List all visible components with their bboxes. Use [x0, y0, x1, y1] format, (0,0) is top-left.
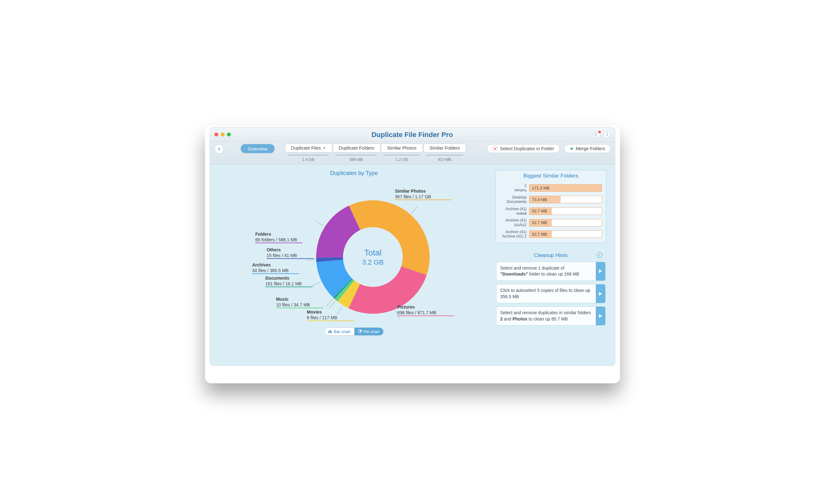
tab-label: Similar Photos	[387, 146, 416, 151]
tab-progress	[288, 155, 328, 156]
merge-icon: ➜	[570, 146, 574, 151]
window-controls	[214, 133, 231, 136]
folder-name: DesktopDocuments	[500, 195, 527, 204]
folder-name: Archive (41)львов	[500, 207, 527, 216]
folder-name: 2печать	[500, 183, 527, 193]
info-icon[interactable]: i	[604, 131, 611, 138]
folder-size-bar: 52.7 MB	[529, 219, 602, 227]
chart-type-toggle: Bar chart Pie chart	[324, 327, 384, 336]
cleanup-hint[interactable]: Select and remove 1 duplicate of "Downlo…	[496, 262, 606, 281]
chart-label-underline	[307, 321, 354, 321]
cleanup-hint-text: Select and remove 1 duplicate of "Downlo…	[497, 262, 596, 280]
chart-label-documents: Documents161 files / 16.1 MB	[266, 275, 302, 286]
cleanup-hint-text: Click to autoselect 5 copies of files to…	[497, 284, 596, 303]
svg-marker-12	[599, 269, 602, 273]
cleanup-hint[interactable]: Click to autoselect 5 copies of files to…	[496, 284, 606, 303]
tab-duplicate-files[interactable]: Duplicate Files▼	[285, 144, 332, 152]
folder-size-bar: 73.4 MB	[529, 196, 602, 203]
similar-folder-row[interactable]: Archive (41)львов52.7 MB	[500, 207, 602, 216]
bar-chart-icon	[328, 329, 332, 334]
donut-chart: Total 3.2 GB	[313, 197, 433, 317]
select-duplicates-in-folder-button[interactable]: Select Duplicates in Folder	[487, 144, 559, 153]
svg-line-2	[337, 306, 342, 314]
similar-folder-row[interactable]: DesktopDocuments73.4 MB	[500, 195, 602, 204]
play-icon[interactable]	[596, 262, 605, 280]
chart-title: Duplicates by Type	[219, 170, 489, 177]
svg-rect-8	[328, 331, 329, 333]
folder-size-bar: 52.7 MB	[529, 230, 602, 238]
svg-rect-9	[330, 330, 331, 333]
pie-chart-label: Pie chart	[364, 329, 379, 334]
chart-label-similar-photos: Similar Photos367 files / 1.17 GB	[395, 188, 431, 199]
app-title: Duplicate File Finder Pro	[231, 131, 594, 139]
chart-label-underline	[266, 286, 312, 287]
app-window: Duplicate File Finder Pro i Overview Dup…	[210, 127, 615, 366]
folder-name: Archive (41)AAAA2	[500, 218, 527, 227]
folder-name: Archive (41)Archive (41) 2	[500, 230, 527, 239]
chart-label-others: Others15 files / 41 MB	[267, 247, 297, 258]
similar-folders-title: Biggest Similar Folders	[496, 170, 606, 182]
svg-marker-14	[599, 314, 602, 318]
similar-folder-row[interactable]: 2печать171.3 MB	[500, 183, 602, 193]
fullscreen-window-button[interactable]	[227, 133, 231, 136]
play-icon[interactable]	[596, 307, 605, 325]
overview-pill[interactable]: Overview	[241, 144, 275, 153]
folder-size-label: 52.7 MB	[532, 219, 547, 226]
title-bar: Duplicate File Finder Pro i	[210, 127, 615, 142]
tab-label: Similar Folders	[430, 146, 460, 151]
tab-size-label: 588 MB	[350, 157, 363, 162]
category-tabs: Duplicate Files▼1.4 GBDuplicate Folders5…	[285, 144, 466, 162]
similar-folders-panel: Biggest Similar Folders 2печать171.3 MBD…	[496, 170, 606, 243]
chart-label-underline	[252, 273, 299, 274]
folder-size-bar: 171.3 MB	[529, 184, 602, 192]
tab-progress	[426, 155, 463, 156]
svg-line-3	[329, 301, 335, 308]
cleanup-hints-title: Cleanup Hints	[534, 252, 568, 258]
tab-similar-photos[interactable]: Similar Photos	[381, 144, 422, 152]
folder-size-label: 73.4 MB	[532, 196, 547, 203]
play-icon[interactable]	[596, 284, 605, 303]
close-window-button[interactable]	[214, 133, 218, 136]
chart-panel: Duplicates by Type Total 3.2 GB	[219, 170, 489, 359]
tab-duplicate-folders[interactable]: Duplicate Folders	[333, 144, 380, 152]
pie-chart-toggle[interactable]: Pie chart	[354, 328, 383, 335]
activity-icon[interactable]	[594, 131, 601, 138]
tab-size-label: 413 MB	[438, 157, 451, 162]
chart-label-underline	[395, 199, 451, 200]
chart-label-pictures: Pictures696 files / 871.7 MB	[397, 304, 436, 316]
chart-label-archives: Archives34 files / 365.5 MB	[252, 262, 289, 273]
chart-label-music: Music10 files / 34.7 MB	[276, 296, 310, 308]
select-duplicates-label: Select Duplicates in Folder	[500, 146, 554, 151]
tab-progress	[336, 155, 377, 156]
svg-line-6	[306, 260, 315, 260]
cleanup-hint-text: Select and remove duplicates in similar …	[497, 307, 596, 325]
merge-folders-button[interactable]: ➜ Merge Folders	[564, 144, 611, 153]
tab-size-label: 1.4 GB	[302, 157, 314, 162]
chart-label-movies: Movies6 files / 117 MB	[307, 309, 338, 321]
svg-line-7	[316, 221, 324, 226]
pie-chart-icon	[358, 329, 362, 334]
chart-label-underline	[397, 316, 454, 316]
svg-rect-10	[331, 332, 332, 333]
similar-folder-row[interactable]: Archive (41)AAAA252.7 MB	[500, 218, 602, 227]
similar-folder-row[interactable]: Archive (41)Archive (41) 252.7 MB	[500, 230, 602, 239]
tab-similar-folders[interactable]: Similar Folders	[424, 144, 466, 152]
cleanup-hint[interactable]: Select and remove duplicates in similar …	[496, 306, 606, 326]
chart-label-underline	[267, 258, 314, 259]
folder-size-label: 52.7 MB	[532, 208, 547, 215]
chart-label-folders: Folders66 folders / 588.1 MB	[255, 231, 297, 243]
chart-label-underline	[276, 308, 323, 308]
pie-slice-similar-photos[interactable]	[349, 200, 430, 275]
cleanup-hints-more-icon[interactable]: ›	[597, 252, 602, 258]
bar-chart-toggle[interactable]: Bar chart	[325, 328, 354, 335]
chevron-down-icon: ▼	[323, 147, 326, 150]
bar-chart-label: Bar chart	[334, 329, 351, 334]
svg-line-5	[312, 282, 320, 286]
tab-label: Duplicate Folders	[339, 146, 374, 151]
merge-folders-label: Merge Folders	[576, 146, 605, 151]
svg-line-0	[411, 207, 418, 214]
minimize-window-button[interactable]	[221, 133, 224, 136]
content-area: Duplicates by Type Total 3.2 GB	[210, 164, 615, 365]
tab-label: Duplicate Files	[291, 146, 321, 151]
back-button[interactable]	[214, 144, 224, 154]
